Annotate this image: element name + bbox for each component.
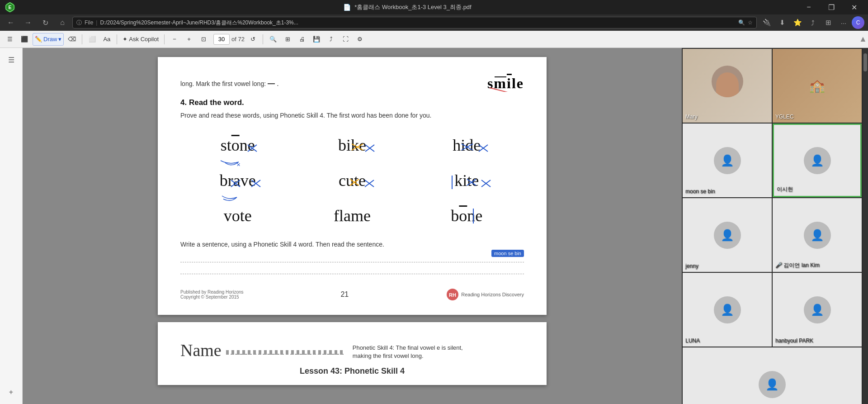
- participant-mary: Mary: [683, 49, 772, 123]
- word-flame-text: flame: [334, 206, 371, 225]
- participant-lee-si-heon: 👤 이시헌: [773, 124, 862, 197]
- smile-word-container: smile ✕ ✕: [487, 75, 524, 92]
- close-button[interactable]: ✕: [844, 0, 864, 14]
- word-flame: flame: [295, 200, 409, 232]
- cute-annotation: [334, 171, 384, 203]
- draw-label: Draw: [43, 36, 57, 43]
- jenny-name-tag: jenny: [685, 263, 698, 269]
- participant-hanbyoul-park: 👤 hanbyoul PARK: [773, 273, 862, 347]
- moon-se-bin-avatar: 👤: [714, 147, 741, 174]
- participant-yglec: 🏫 YGLEC: [773, 49, 862, 123]
- page-content-1: long. Mark the first vowel long: — . smi…: [180, 75, 524, 301]
- favorites-button[interactable]: ⭐: [790, 16, 805, 29]
- highlight-button[interactable]: ⬛: [18, 33, 31, 46]
- lee-si-hun-avatar: 👤: [759, 371, 786, 398]
- lee-si-heon-name-tag: 이시헌: [777, 185, 793, 193]
- moon-se-bin-icon: 👤: [721, 154, 734, 167]
- refresh-button[interactable]: ↻: [38, 16, 52, 29]
- pdf-settings-button[interactable]: ⚙: [354, 33, 366, 46]
- dashed-line-2: [180, 263, 524, 274]
- restore-button[interactable]: ❐: [821, 0, 842, 14]
- address-box[interactable]: ⓘ File | D:/2024/Spring%20Semester-April…: [72, 17, 757, 29]
- more-button[interactable]: ···: [836, 16, 851, 29]
- search-pdf-button[interactable]: 🔍: [267, 33, 279, 46]
- ask-copilot-button[interactable]: ✦ Ask Copilot: [121, 33, 160, 46]
- name-input-line: [226, 350, 344, 355]
- titlebar-center: 📄 *홈클래스 Workbook_초1-3 Level 3_최종.pdf: [16, 3, 798, 11]
- phonetic-skill-text: Phonetic Skill 4: The final vowel e is s…: [353, 344, 463, 359]
- publisher-line2: Copyright © September 2015: [180, 295, 244, 299]
- eraser-button[interactable]: ⌫: [66, 33, 78, 46]
- back-button[interactable]: ←: [4, 16, 18, 29]
- prove-text: Prove and read these words, using Phonet…: [180, 111, 524, 120]
- separator1: [82, 34, 82, 44]
- page-number-input[interactable]: [213, 34, 230, 45]
- share-pdf-button[interactable]: ⤴: [325, 33, 337, 46]
- search-icon: 🔍: [738, 19, 745, 26]
- ask-copilot-label: Ask Copilot: [129, 36, 159, 43]
- page-total: of 72: [231, 36, 245, 43]
- draw-button[interactable]: ✏️ Draw ▾: [33, 33, 64, 46]
- hanbyoul-park-name-tag: hanbyoul PARK: [775, 337, 813, 344]
- zoom-out-button[interactable]: −: [168, 33, 181, 46]
- page-footer: Published by Reading Horizons Copyright …: [180, 283, 524, 301]
- svg-text:RH: RH: [449, 292, 456, 298]
- lesson-title: Lesson 43: Phonetic Skill 4: [180, 366, 524, 376]
- bookmarks-button[interactable]: ☰: [3, 52, 19, 68]
- extensions-button[interactable]: 🔌: [760, 16, 774, 29]
- toggle-sidebar-button[interactable]: ☰: [4, 33, 16, 46]
- draw-chevron: ▾: [58, 36, 61, 43]
- browser-toolbar: 🔌 ⬇ ⭐ ⤴ ⊞ ··· C: [760, 16, 864, 29]
- fullscreen-button[interactable]: ⛶: [339, 33, 352, 46]
- zoom-in-button[interactable]: +: [183, 33, 195, 46]
- window-title: *홈클래스 Workbook_초1-3 Level 3_최종.pdf: [354, 3, 471, 11]
- lee-si-heon-avatar: 👤: [804, 147, 831, 174]
- top-instruction-row: long. Mark the first vowel long: — . smi…: [180, 75, 524, 92]
- right-scroll: [863, 48, 868, 404]
- select-button[interactable]: ⬜: [86, 33, 99, 46]
- svg-line-3: [490, 88, 508, 92]
- sentence-section: Write a sentence, using a Phonetic Skill…: [180, 241, 524, 274]
- star-icon: ☆: [748, 19, 753, 26]
- brave-annotation: [215, 171, 274, 203]
- immersive-reader-button[interactable]: ⊞: [281, 33, 294, 46]
- rh-logo-icon: RH: [446, 288, 459, 301]
- addressbar: ← → ↻ ⌂ ⓘ File | D:/2024/Spring%20Semest…: [0, 14, 868, 31]
- forward-button[interactable]: →: [21, 16, 35, 29]
- home-button[interactable]: ⌂: [55, 16, 70, 29]
- pdf-icon: 📄: [343, 4, 351, 11]
- pdf-area[interactable]: long. Mark the first vowel long: — . smi…: [23, 48, 682, 404]
- rotate-button[interactable]: ↺: [246, 33, 259, 46]
- smile-annotation-svg: ✕ ✕: [487, 75, 524, 92]
- add-button[interactable]: +: [3, 384, 19, 400]
- words-grid: stone ✕ bike: [180, 129, 524, 232]
- separator4: [263, 34, 263, 44]
- fit-page-button[interactable]: ⊡: [197, 33, 210, 46]
- long-instruction: long. Mark the first vowel long:: [180, 80, 268, 87]
- phonetic-skill-description: Phonetic Skill 4: The final vowel e is s…: [353, 340, 479, 360]
- svg-text:✕: ✕: [514, 91, 519, 92]
- collapse-button[interactable]: ▲: [859, 34, 864, 44]
- print-button[interactable]: 🖨: [296, 33, 308, 46]
- section4-header: 4. Read the word.: [180, 98, 524, 107]
- draw-icon: ✏️: [35, 36, 42, 43]
- ian-kim-name-tag: 🎤 김이언 lan Kim: [775, 261, 820, 269]
- address-text: D:/2024/Spring%20Semester-April~June/RHD…: [100, 19, 736, 27]
- collections-button[interactable]: ⊞: [821, 16, 835, 29]
- text-button[interactable]: Aa: [100, 33, 113, 46]
- page-number: 21: [244, 290, 446, 299]
- minimize-button[interactable]: −: [798, 0, 819, 14]
- save-pdf-button[interactable]: 💾: [310, 33, 323, 46]
- copilot-button[interactable]: C: [852, 16, 864, 29]
- scroll-thumb[interactable]: [863, 53, 867, 71]
- separator3: [164, 34, 165, 44]
- downloads-button[interactable]: ⬇: [775, 16, 789, 29]
- hide-annotation: [448, 136, 498, 167]
- titlebar: E 📄 *홈클래스 Workbook_초1-3 Level 3_최종.pdf −…: [0, 0, 868, 14]
- word-stone: stone ✕: [180, 129, 295, 161]
- top-instruction-text: long. Mark the first vowel long: — .: [180, 80, 278, 88]
- browser-share-button[interactable]: ⤴: [806, 16, 820, 29]
- publisher-line1: Published by Reading Horizons: [180, 290, 244, 295]
- moon-se-bin-tag: moon se bin: [491, 250, 524, 257]
- titlebar-controls[interactable]: − ❐ ✕: [798, 0, 864, 14]
